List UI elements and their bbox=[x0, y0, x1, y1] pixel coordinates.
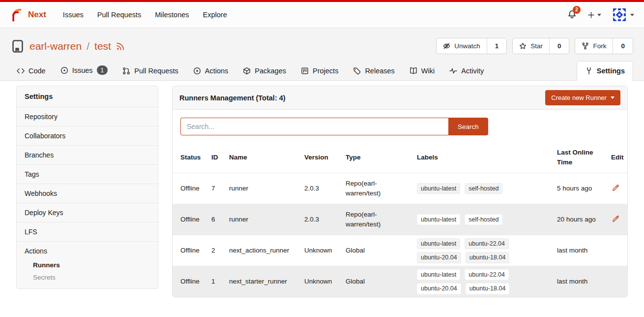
search-bar: Search bbox=[173, 110, 627, 142]
tab-pull-requests[interactable]: Pull Requests bbox=[117, 62, 184, 80]
pencil-icon bbox=[612, 215, 619, 222]
tools-icon bbox=[585, 67, 593, 75]
repo-owner-link[interactable]: earl-warren bbox=[29, 40, 82, 52]
nav-item-milestones[interactable]: Milestones bbox=[148, 6, 196, 23]
runners-panel: Runners Management (Total: 4) Create new… bbox=[172, 86, 628, 297]
runner-labels: ubuntu-latest ubuntu-22.04 ubuntu-20.04 … bbox=[417, 238, 521, 263]
fork-icon bbox=[582, 42, 589, 50]
column-header-id: ID bbox=[211, 153, 229, 162]
sidebar-item-actions[interactable]: Actions bbox=[17, 242, 158, 259]
column-header-edit: Edit bbox=[611, 153, 628, 162]
tab-code[interactable]: Code bbox=[11, 62, 52, 80]
pencil-icon bbox=[612, 184, 619, 191]
label-badge: ubuntu-latest bbox=[417, 183, 460, 194]
sidebar-item-collaborators[interactable]: Collaborators bbox=[17, 126, 158, 145]
brand-label: Next bbox=[28, 10, 46, 20]
tab-settings[interactable]: Settings bbox=[577, 61, 633, 81]
repo-title: earl-warren / test bbox=[11, 39, 125, 53]
repo-action-buttons: Unwatch 1 Star 0 Fork 0 bbox=[436, 38, 633, 54]
repo-separator: / bbox=[87, 40, 89, 52]
fork-count[interactable]: 0 bbox=[613, 38, 633, 54]
panel-header: Runners Management (Total: 4) Create new… bbox=[173, 86, 627, 110]
nav-item-pull-requests[interactable]: Pull Requests bbox=[90, 6, 148, 23]
runner-name: runner bbox=[229, 215, 304, 224]
home-link[interactable]: Next bbox=[10, 8, 46, 22]
runner-name: next_starter_runner bbox=[229, 277, 304, 286]
nav-item-issues[interactable]: Issues bbox=[56, 6, 90, 23]
navbar-right: 2 bbox=[567, 7, 634, 22]
watch-count[interactable]: 1 bbox=[487, 38, 507, 54]
forgejo-logo-icon bbox=[10, 8, 24, 22]
nav-item-explore[interactable]: Explore bbox=[196, 6, 234, 23]
runner-version: Unknown bbox=[304, 277, 346, 286]
runner-labels: ubuntu-latest self-hosted bbox=[417, 214, 521, 225]
sidebar-item-repository[interactable]: Repository bbox=[17, 107, 158, 126]
runner-status: Offline bbox=[180, 277, 211, 286]
label-badge: ubuntu-18.04 bbox=[466, 283, 510, 294]
create-new-runner-button[interactable]: Create new Runner bbox=[545, 90, 620, 105]
sidebar-item-webhooks[interactable]: Webhooks bbox=[17, 184, 158, 203]
runner-status: Offline bbox=[180, 184, 211, 193]
edit-runner-button[interactable] bbox=[611, 183, 620, 194]
tab-actions[interactable]: Actions bbox=[187, 62, 234, 80]
repo-name-link[interactable]: test bbox=[94, 40, 111, 52]
column-header-last-online: Last Online Time bbox=[557, 148, 611, 167]
tab-wiki[interactable]: Wiki bbox=[404, 62, 440, 80]
column-header-name: Name bbox=[229, 153, 304, 162]
runner-last-online: last month bbox=[557, 277, 611, 286]
runner-status: Offline bbox=[180, 215, 211, 224]
sidebar-item-branches[interactable]: Branches bbox=[17, 145, 158, 164]
main-navbar: Next Issues Pull Requests Milestones Exp… bbox=[0, 2, 644, 28]
tab-issues[interactable]: Issues1 bbox=[55, 60, 114, 80]
runner-version: Unknown bbox=[304, 246, 346, 255]
star-count[interactable]: 0 bbox=[549, 38, 569, 54]
label-badge: ubuntu-22.04 bbox=[465, 269, 509, 281]
sidebar-item-deploy-keys[interactable]: Deploy Keys bbox=[17, 203, 158, 222]
page-title: Runners Management (Total: 4) bbox=[179, 94, 286, 102]
sidebar-item-tags[interactable]: Tags bbox=[17, 164, 158, 184]
notification-count-badge: 2 bbox=[573, 6, 581, 14]
tab-projects[interactable]: Projects bbox=[295, 62, 344, 80]
search-input[interactable] bbox=[180, 118, 448, 135]
label-badge: ubuntu-latest bbox=[417, 214, 460, 225]
fork-button[interactable]: Fork 0 bbox=[575, 38, 633, 54]
unwatch-button[interactable]: Unwatch 1 bbox=[436, 38, 507, 54]
runner-last-online: 5 hours ago bbox=[557, 184, 611, 193]
repository-icon bbox=[11, 39, 25, 53]
label-badge: ubuntu-latest bbox=[417, 269, 460, 281]
runner-name: runner bbox=[229, 184, 304, 193]
issues-count-badge: 1 bbox=[97, 65, 108, 75]
label-badge: ubuntu-22.04 bbox=[465, 238, 509, 250]
tab-packages[interactable]: Packages bbox=[237, 62, 292, 80]
edit-runner-button[interactable] bbox=[611, 214, 620, 225]
sidebar-item-secrets[interactable]: Secrets bbox=[17, 271, 158, 284]
runner-version: 2.0.3 bbox=[304, 184, 346, 193]
runner-name: next_actions_runner bbox=[229, 246, 304, 255]
caret-down-icon bbox=[630, 14, 634, 16]
package-icon bbox=[243, 67, 251, 75]
rss-feed-icon[interactable] bbox=[116, 42, 125, 51]
sidebar-item-runners[interactable]: Runners bbox=[17, 259, 158, 271]
pull-request-icon bbox=[122, 67, 130, 75]
column-header-labels: Labels bbox=[417, 153, 557, 162]
create-menu-button[interactable] bbox=[587, 11, 601, 19]
column-header-type: Type bbox=[346, 153, 417, 162]
column-header-version: Version bbox=[304, 153, 346, 162]
label-badge: ubuntu-20.04 bbox=[417, 252, 461, 263]
star-button[interactable]: Star 0 bbox=[512, 38, 569, 54]
tag-icon bbox=[353, 67, 361, 75]
star-label: Star bbox=[530, 42, 543, 50]
tab-activity[interactable]: Activity bbox=[443, 62, 490, 80]
search-button[interactable]: Search bbox=[448, 118, 488, 135]
runner-type: Repo(earl-warren/test) bbox=[346, 210, 417, 229]
notifications-button[interactable]: 2 bbox=[567, 9, 577, 21]
label-badge: ubuntu-20.04 bbox=[417, 283, 461, 294]
sidebar-item-lfs[interactable]: LFS bbox=[17, 222, 158, 241]
play-circle-icon bbox=[193, 67, 201, 75]
runner-id: 2 bbox=[211, 246, 229, 255]
runner-status: Offline bbox=[180, 246, 211, 255]
user-menu-button[interactable] bbox=[612, 7, 634, 22]
table-row: Offline 1 next_starter_runner Unknown Gl… bbox=[173, 266, 627, 297]
tab-releases[interactable]: Releases bbox=[347, 62, 400, 80]
book-icon bbox=[410, 67, 417, 75]
